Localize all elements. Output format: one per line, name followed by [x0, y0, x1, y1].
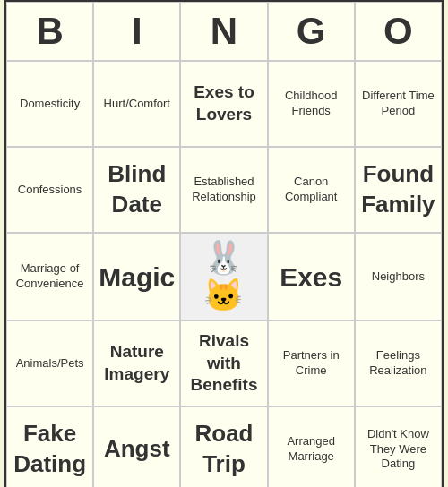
cell-text-r2c1: Confessions: [18, 183, 82, 198]
cell-text-r4c1: Animals/Pets: [16, 356, 84, 372]
bingo-cell-r1c3[interactable]: Exes to Lovers: [180, 61, 267, 147]
cell-text-r1c2: Hurt/Comfort: [104, 97, 170, 112]
bingo-cell-r3c5[interactable]: Neighbors: [355, 233, 442, 320]
cell-text-r1c4: Childhood Friends: [272, 89, 350, 119]
cell-text-r3c2: Magic: [99, 260, 175, 295]
cell-text-r2c5: Found Family: [359, 159, 437, 220]
bingo-cell-r3c1[interactable]: Marriage of Convenience: [6, 233, 93, 320]
cell-text-r5c5: Didn't Know They Were Dating: [359, 427, 437, 473]
cell-text-r2c2: Blind Date: [98, 159, 176, 220]
bingo-cell-r5c1[interactable]: Fake Dating: [6, 406, 93, 487]
bingo-cell-r3c4[interactable]: Exes: [268, 233, 355, 320]
bingo-cell-r3c3[interactable]: 🐰🐱: [180, 233, 267, 320]
header-letter-N: N: [180, 2, 267, 61]
bingo-cell-r5c2[interactable]: Angst: [93, 406, 180, 487]
header-letter-I: I: [93, 2, 180, 61]
free-space-content: 🐰🐱: [185, 239, 263, 314]
cell-text-r2c3: Established Relationship: [185, 175, 263, 205]
cell-text-r1c3: Exes to Lovers: [185, 81, 263, 125]
bingo-card: BINGO DomesticityHurt/ComfortExes to Lov…: [4, 0, 444, 487]
cell-text-r4c4: Partners in Crime: [272, 348, 350, 379]
cell-text-r4c2: Nature Imagery: [98, 341, 176, 385]
bingo-cell-r2c2[interactable]: Blind Date: [93, 147, 180, 233]
bingo-cell-r2c3[interactable]: Established Relationship: [180, 147, 267, 233]
bingo-cell-r2c5[interactable]: Found Family: [355, 147, 442, 233]
cell-text-r3c5: Neighbors: [372, 269, 425, 285]
cell-text-r5c3: Road Trip: [185, 419, 263, 480]
bingo-cell-r1c5[interactable]: Different Time Period: [355, 61, 442, 147]
bingo-cell-r1c1[interactable]: Domesticity: [6, 61, 93, 147]
header-letter-O: O: [355, 2, 442, 61]
cell-text-r5c1: Fake Dating: [11, 419, 89, 480]
cell-text-r5c4: Arranged Marriage: [272, 434, 350, 465]
bingo-cell-r5c4[interactable]: Arranged Marriage: [268, 406, 355, 487]
bingo-cell-r4c1[interactable]: Animals/Pets: [6, 320, 93, 406]
bingo-cell-r4c3[interactable]: Rivals with Benefits: [180, 320, 267, 406]
bingo-cell-r5c3[interactable]: Road Trip: [180, 406, 267, 487]
bingo-cell-r1c2[interactable]: Hurt/Comfort: [93, 61, 180, 147]
bingo-grid: DomesticityHurt/ComfortExes to LoversChi…: [6, 61, 442, 487]
cell-text-r5c2: Angst: [104, 434, 170, 465]
cell-text-r4c5: Feelings Realization: [359, 348, 437, 379]
cell-text-r1c1: Domesticity: [20, 97, 80, 112]
cell-text-r4c3: Rivals with Benefits: [185, 330, 263, 397]
cell-text-r3c1: Marriage of Convenience: [11, 261, 89, 292]
cell-text-r3c4: Exes: [280, 260, 342, 295]
bingo-header: BINGO: [6, 2, 442, 61]
header-letter-B: B: [6, 2, 93, 61]
cell-text-r2c4: Canon Compliant: [272, 175, 350, 205]
bingo-cell-r4c2[interactable]: Nature Imagery: [93, 320, 180, 406]
bingo-cell-r2c4[interactable]: Canon Compliant: [268, 147, 355, 233]
bingo-cell-r4c5[interactable]: Feelings Realization: [355, 320, 442, 406]
bingo-cell-r2c1[interactable]: Confessions: [6, 147, 93, 233]
cell-text-r1c5: Different Time Period: [359, 89, 437, 119]
bingo-cell-r4c4[interactable]: Partners in Crime: [268, 320, 355, 406]
bingo-cell-r1c4[interactable]: Childhood Friends: [268, 61, 355, 147]
header-letter-G: G: [268, 2, 355, 61]
bingo-cell-r5c5[interactable]: Didn't Know They Were Dating: [355, 406, 442, 487]
bingo-cell-r3c2[interactable]: Magic: [93, 233, 180, 320]
